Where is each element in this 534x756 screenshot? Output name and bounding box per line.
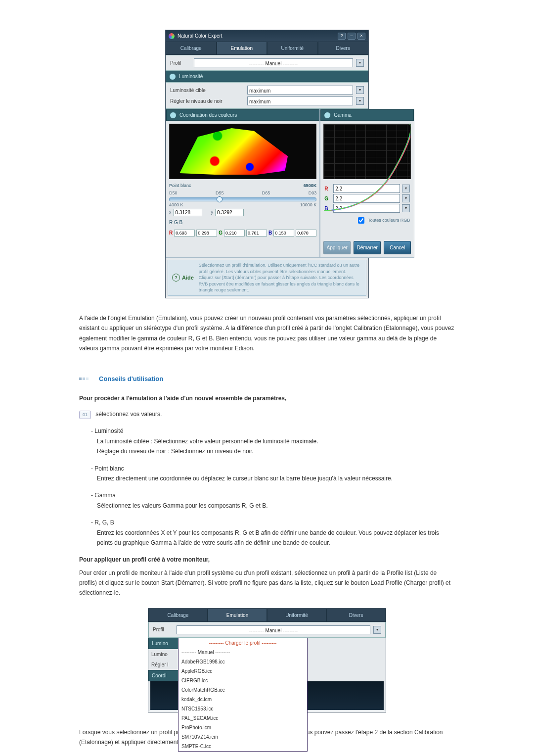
- list-item: GammaSélectionnez les valeurs Gamma pour…: [91, 490, 455, 511]
- item-line: La luminosité ciblée : Sélectionnez votr…: [97, 436, 455, 446]
- dropdown-option[interactable]: SM710VZ14.icm: [178, 732, 307, 742]
- dropdown-option[interactable]: AdobeRGB1998.icc: [178, 657, 307, 666]
- aide-label: Aide: [182, 273, 194, 283]
- dropdown-option[interactable]: AppleRGB.icc: [178, 666, 307, 676]
- item-line: Réglage du niveau de noir : Sélectionnez…: [97, 446, 455, 456]
- chevron-down-icon[interactable]: ▾: [373, 626, 381, 634]
- r-y-input[interactable]: [196, 230, 217, 236]
- white-point-slider[interactable]: [169, 197, 316, 201]
- section-title: Conseils d'utilisation: [79, 374, 455, 384]
- item-line: Entrez directement une coordonnée ou dép…: [97, 473, 455, 483]
- step-01: 01 sélectionnez vos valeurs.: [79, 409, 455, 419]
- b-y-input[interactable]: [296, 230, 316, 236]
- tab-divers[interactable]: Divers: [326, 609, 386, 622]
- tab-divers[interactable]: Divers: [318, 42, 369, 55]
- cancel-button[interactable]: Cancel: [384, 241, 411, 254]
- profil-label: Profil: [170, 59, 191, 67]
- profil-select-open[interactable]: --------- Manuel ---------: [177, 625, 370, 634]
- rgb-header: R G B: [166, 216, 319, 227]
- g-y-input[interactable]: [246, 230, 267, 236]
- dropdown-option[interactable]: kodak_dc.icm: [178, 695, 307, 704]
- g-x-input[interactable]: [224, 230, 245, 236]
- tab-uniformite[interactable]: Uniformité: [267, 42, 318, 55]
- dropdown-option[interactable]: --------- Manuel ---------: [178, 648, 307, 657]
- dropdown-option[interactable]: SMPTE-C.icc: [178, 742, 307, 751]
- tab-calibrage[interactable]: Calibrage: [166, 42, 217, 55]
- emulation-window: Natural Color Expert ? – × Calibrage Emu…: [165, 30, 369, 298]
- collapse-icon[interactable]: [324, 112, 331, 119]
- slider-thumb[interactable]: [217, 196, 222, 202]
- x-input[interactable]: [174, 209, 202, 216]
- luminosite-header[interactable]: Luminosité: [166, 71, 368, 82]
- aide-text: Sélectionnez un profil d'émulation. Util…: [199, 262, 362, 293]
- item-name: Point blanc: [91, 465, 124, 472]
- item-line: Sélectionnez les valeurs Gamma pour les …: [97, 501, 455, 511]
- tab-calibrage[interactable]: Calibrage: [148, 609, 208, 622]
- all-colors-checkbox[interactable]: [358, 217, 364, 224]
- profil-label: Profil: [153, 625, 174, 634]
- profil-select[interactable]: --------- Manuel ---------: [194, 58, 353, 67]
- dropdown-option[interactable]: CIERGB.icc: [178, 676, 307, 685]
- help-icon[interactable]: ?: [338, 33, 346, 40]
- help-circle-icon: ?: [172, 274, 180, 282]
- lum-target-label: Luminosité cible: [170, 86, 244, 94]
- gamma-header[interactable]: Gamma: [320, 109, 414, 121]
- intro-paragraph: A l'aide de l'onglet Emulation (Emulatio…: [79, 313, 455, 354]
- tab-emulation[interactable]: Emulation: [217, 42, 267, 55]
- step-badge: 01: [79, 411, 91, 419]
- dropdown-option[interactable]: --------- Charger le profil ---------: [178, 638, 307, 648]
- gamma-chart[interactable]: [323, 124, 411, 179]
- profile-dropdown-window: Calibrage Emulation Uniformité Divers Pr…: [148, 608, 386, 712]
- titlebar[interactable]: Natural Color Expert ? – ×: [166, 30, 368, 42]
- close-icon[interactable]: ×: [357, 33, 365, 40]
- chevron-down-icon[interactable]: ▾: [356, 97, 364, 105]
- item-name: R, G, B: [91, 519, 114, 526]
- lum-target-select[interactable]: maximum: [247, 86, 353, 94]
- dropdown-option[interactable]: PAL_SECAM.icc: [178, 713, 307, 723]
- tab-uniformite[interactable]: Uniformité: [267, 609, 326, 622]
- app-title: Natural Color Expert: [178, 32, 222, 40]
- start-button[interactable]: Démarrer: [354, 241, 381, 254]
- profil-dropdown-icon[interactable]: ▾: [356, 59, 364, 67]
- subheading-2: Pour appliquer un profil créé à votre mo…: [79, 555, 455, 565]
- minimize-icon[interactable]: –: [348, 33, 356, 40]
- main-tabs: Calibrage Emulation Uniformité Divers: [166, 42, 368, 55]
- black-level-label: Régler le niveau de noir: [170, 97, 244, 105]
- item-list: LuminositéLa luminosité ciblée : Sélecti…: [79, 426, 455, 548]
- item-name: Luminosité: [91, 427, 123, 434]
- tab-emulation[interactable]: Emulation: [208, 609, 267, 622]
- item-name: Gamma: [91, 492, 116, 499]
- rgb-inputs: R G B: [166, 227, 319, 239]
- dropdown-option[interactable]: ProPhoto.icm: [178, 723, 307, 732]
- white-point-value: 6500K: [304, 182, 317, 189]
- cie-chromaticity-chart[interactable]: [169, 124, 316, 179]
- aide-panel: ? Aide Sélectionnez un profil d'émulatio…: [168, 260, 366, 296]
- black-level-select[interactable]: maximum: [247, 96, 353, 105]
- dropdown-option[interactable]: ColorMatchRGB.icc: [178, 685, 307, 695]
- subheading-1: Pour procéder à l'émulation à l'aide d'u…: [79, 393, 455, 403]
- item-line: Entrez les coordonnées X et Y pour les c…: [97, 528, 455, 548]
- apply-paragraph: Pour créer un profil de moniteur à l'aid…: [79, 568, 455, 598]
- section-bullet-icon: [79, 378, 94, 380]
- list-item: R, G, BEntrez les coordonnées X et Y pou…: [91, 518, 455, 548]
- collapse-icon[interactable]: [170, 112, 177, 119]
- profil-dropdown-list[interactable]: --------- Charger le profil ------------…: [178, 638, 308, 752]
- chevron-down-icon[interactable]: ▾: [356, 86, 364, 94]
- list-item: Point blancEntrez directement une coordo…: [91, 464, 455, 484]
- collapse-icon[interactable]: [169, 73, 176, 80]
- list-item: LuminositéLa luminosité ciblée : Sélecti…: [91, 426, 455, 456]
- y-input[interactable]: [215, 209, 244, 216]
- app-logo-icon: [169, 33, 175, 39]
- b-x-input[interactable]: [273, 230, 294, 236]
- white-point-label: Point blanc: [169, 182, 191, 189]
- coord-header[interactable]: Coordination des couleurs: [166, 109, 319, 121]
- r-x-input[interactable]: [174, 230, 195, 236]
- all-colors-label: Toutes couleurs RGB: [368, 217, 410, 224]
- dropdown-option[interactable]: NTSC1953.icc: [178, 704, 307, 713]
- apply-button[interactable]: Appliquer: [323, 241, 351, 254]
